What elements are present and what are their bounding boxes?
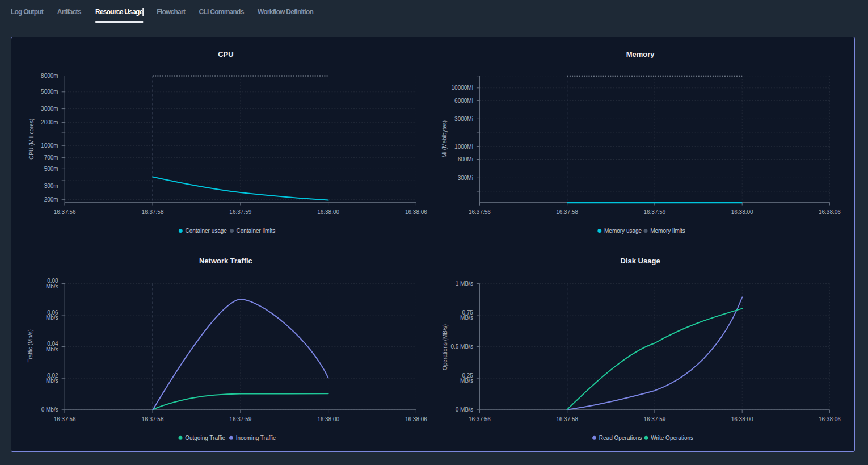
svg-text:Disk Usage: Disk Usage <box>621 257 660 265</box>
svg-text:Memory limits: Memory limits <box>650 228 685 234</box>
svg-text:16:37:58: 16:37:58 <box>556 209 578 215</box>
svg-text:16:38:06: 16:38:06 <box>405 209 427 215</box>
svg-text:16:37:56: 16:37:56 <box>54 416 76 422</box>
svg-text:CPU (Millicores): CPU (Millicores) <box>28 119 35 160</box>
svg-text:MB/s: MB/s <box>460 378 473 384</box>
svg-text:0 MB/s: 0 MB/s <box>456 407 473 413</box>
svg-text:8000m: 8000m <box>41 73 58 79</box>
svg-text:Write Operations: Write Operations <box>651 435 693 441</box>
svg-text:16:37:56: 16:37:56 <box>469 416 491 422</box>
svg-text:1000m: 1000m <box>41 143 58 149</box>
svg-text:1 MB/s: 1 MB/s <box>456 280 473 287</box>
svg-text:5000m: 5000m <box>41 89 58 95</box>
svg-text:Container usage: Container usage <box>186 228 227 234</box>
svg-text:16:38:00: 16:38:00 <box>317 209 339 215</box>
svg-text:MB/s: MB/s <box>460 315 473 321</box>
svg-text:Mb/s: Mb/s <box>46 378 58 384</box>
svg-text:16:37:59: 16:37:59 <box>229 209 251 215</box>
svg-text:Mb/s: Mb/s <box>46 315 58 321</box>
svg-text:2000m: 2000m <box>41 119 58 125</box>
svg-text:Incoming Traffic: Incoming Traffic <box>236 435 276 441</box>
svg-text:Mb/s: Mb/s <box>46 283 58 290</box>
svg-text:Outgoing Traffic: Outgoing Traffic <box>185 435 225 441</box>
svg-text:16:37:56: 16:37:56 <box>54 209 76 215</box>
svg-text:16:38:06: 16:38:06 <box>819 209 841 215</box>
svg-text:Traffic (Mb/s): Traffic (Mb/s) <box>27 329 33 362</box>
svg-text:0.5 MB/s: 0.5 MB/s <box>450 343 473 350</box>
svg-text:16:37:59: 16:37:59 <box>643 416 665 422</box>
svg-text:Memory usage: Memory usage <box>604 228 642 234</box>
svg-text:CPU: CPU <box>218 50 233 58</box>
svg-text:300Mi: 300Mi <box>458 175 473 181</box>
svg-text:Mi (Mebibytes): Mi (Mebibytes) <box>441 120 448 158</box>
svg-text:200m: 200m <box>44 196 58 203</box>
svg-text:6000Mi: 6000Mi <box>454 98 473 104</box>
svg-text:Operations (MB/s): Operations (MB/s) <box>442 324 448 370</box>
svg-text:16:37:58: 16:37:58 <box>556 416 578 422</box>
svg-text:16:38:06: 16:38:06 <box>819 416 841 422</box>
svg-text:16:37:59: 16:37:59 <box>229 416 251 422</box>
svg-text:0 Mb/s: 0 Mb/s <box>41 407 58 413</box>
svg-text:500m: 500m <box>44 166 58 172</box>
svg-text:10000Mi: 10000Mi <box>452 85 473 91</box>
svg-text:Mb/s: Mb/s <box>46 346 58 353</box>
svg-text:16:37:56: 16:37:56 <box>469 209 491 215</box>
svg-text:3000Mi: 3000Mi <box>454 116 473 122</box>
svg-text:Container limits: Container limits <box>237 228 276 234</box>
svg-text:Memory: Memory <box>626 50 655 58</box>
svg-text:700m: 700m <box>44 154 58 161</box>
svg-text:16:38:00: 16:38:00 <box>731 416 753 422</box>
svg-text:Network Traffic: Network Traffic <box>199 257 252 265</box>
svg-text:1000Mi: 1000Mi <box>454 144 473 150</box>
svg-text:16:37:58: 16:37:58 <box>142 209 164 215</box>
svg-text:16:37:59: 16:37:59 <box>643 209 665 215</box>
svg-text:16:38:00: 16:38:00 <box>317 416 339 422</box>
svg-text:600Mi: 600Mi <box>458 156 473 162</box>
svg-text:16:38:06: 16:38:06 <box>405 416 427 422</box>
svg-text:300m: 300m <box>44 183 58 189</box>
svg-text:3000m: 3000m <box>41 106 58 112</box>
svg-text:Read Operations: Read Operations <box>599 435 642 441</box>
svg-text:16:38:00: 16:38:00 <box>731 209 753 215</box>
svg-text:16:37:58: 16:37:58 <box>142 416 164 422</box>
